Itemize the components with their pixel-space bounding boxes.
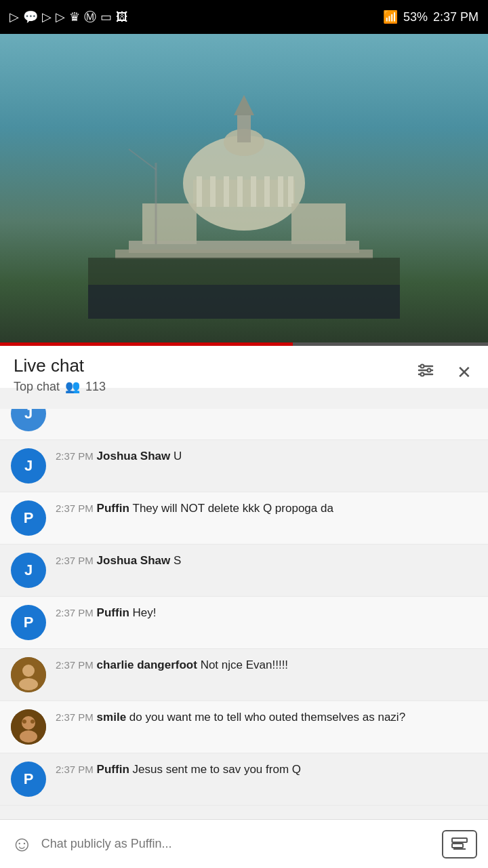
avatar: P xyxy=(11,605,46,640)
wifi-icon: 📶 xyxy=(383,9,398,24)
status-bar: ▷ 💬 ▷ ▷ ♛ Ⓜ ▭ 🖼 📶 53% 2:37 PM xyxy=(0,0,488,34)
viewer-icon: 👥 xyxy=(65,379,80,394)
emoji-button[interactable]: ☺ xyxy=(11,831,33,856)
chat-message: P 2:37 PM Puffin Jesus sent me to sav yo… xyxy=(0,753,488,806)
svg-rect-8 xyxy=(237,176,243,207)
svg-point-28 xyxy=(22,665,35,677)
svg-rect-13 xyxy=(142,203,197,244)
svg-point-24 xyxy=(421,365,424,368)
avatar xyxy=(11,657,46,692)
app-icon-5: ♛ xyxy=(69,9,80,24)
battery-text: 53% xyxy=(403,10,428,24)
chat-message: J 2:37 PM Joshua Shaw S xyxy=(0,545,488,597)
svg-rect-14 xyxy=(291,203,346,244)
chat-message: J 2:37 PM Joshua Shaw U xyxy=(0,440,488,492)
svg-point-26 xyxy=(421,373,424,376)
svg-line-18 xyxy=(129,149,156,170)
close-button[interactable]: ✕ xyxy=(454,359,474,386)
svg-marker-3 xyxy=(234,95,254,115)
chat-message: P 2:37 PM Puffin They will NOT delete kk… xyxy=(0,492,488,545)
chat-message: 2:37 PM charlie dangerfoot Not njce Evan… xyxy=(0,649,488,701)
svg-rect-11 xyxy=(278,176,283,207)
status-bar-right: 📶 53% 2:37 PM xyxy=(383,9,479,24)
send-button[interactable] xyxy=(442,830,477,859)
svg-point-32 xyxy=(20,730,37,743)
app-icon-1: ▷ xyxy=(9,9,19,24)
message-author: Puffin xyxy=(97,606,133,619)
message-content: 2:37 PM smile do you want me to tell who… xyxy=(56,709,477,726)
top-chat-label[interactable]: Top chat xyxy=(14,380,60,394)
time-text: 2:37 PM xyxy=(433,10,479,24)
video-progress-bar[interactable] xyxy=(0,342,488,346)
message-text: They will NOT delete kkk Q propoga da xyxy=(133,502,333,515)
message-content: 2:37 PM Puffin Hey! xyxy=(56,605,477,621)
message-body: 2:37 PM Puffin Hey! xyxy=(56,605,477,621)
message-text: Jesus sent me to sav you from Q xyxy=(133,763,301,776)
svg-point-34 xyxy=(30,719,35,724)
avatar: P xyxy=(11,762,46,797)
message-text: Hey! xyxy=(133,606,157,619)
message-time: 2:37 PM xyxy=(56,555,94,566)
app-icon-6: Ⓜ xyxy=(84,9,96,25)
message-text: S xyxy=(174,397,181,410)
svg-rect-6 xyxy=(210,176,216,207)
avatar: J xyxy=(11,448,46,484)
message-time: 2:37 PM xyxy=(56,711,94,723)
message-text: Not njce Evan!!!!! xyxy=(201,658,288,671)
message-content: 2:37 PM Puffin Jesus sent me to sav you … xyxy=(56,762,477,778)
avatar xyxy=(11,709,46,745)
video-player[interactable] xyxy=(0,34,488,346)
message-time: 2:37 PM xyxy=(56,450,94,462)
status-bar-left: ▷ 💬 ▷ ▷ ♛ Ⓜ ▭ 🖼 xyxy=(9,9,128,25)
chat-message-list: J 2:37 PM Joshua Shaw S J 2:37 PM Joshua… xyxy=(0,388,488,806)
message-time: 2:37 PM xyxy=(56,764,94,775)
message-author: smile xyxy=(97,711,129,724)
svg-rect-9 xyxy=(251,176,256,207)
message-text: U xyxy=(174,450,182,462)
message-content: 2:37 PM Joshua Shaw U xyxy=(56,448,477,465)
filter-button[interactable] xyxy=(413,358,438,387)
emoji-icon: ☺ xyxy=(11,831,33,856)
svg-rect-20 xyxy=(88,285,400,319)
message-author: charlie dangerfoot xyxy=(97,658,201,671)
message-author: Puffin xyxy=(97,763,133,776)
viewer-count: 113 xyxy=(85,380,106,394)
message-text: do you want me to tell who outed themsel… xyxy=(129,711,405,724)
message-author: Joshua Shaw xyxy=(97,450,174,462)
message-time: 2:37 PM xyxy=(56,502,94,514)
chat-title: Live chat xyxy=(14,355,106,376)
svg-rect-10 xyxy=(264,176,270,207)
avatar: P xyxy=(11,500,46,536)
avatar: J xyxy=(11,553,46,588)
chat-message: 2:37 PM smile do you want me to tell who… xyxy=(0,701,488,753)
message-time: 2:37 PM xyxy=(56,607,94,618)
avatar: J xyxy=(11,396,46,431)
app-icon-8: 🖼 xyxy=(116,10,128,24)
chat-input[interactable] xyxy=(41,837,434,851)
chat-input-bar: ☺ xyxy=(0,819,488,868)
app-icon-2: 💬 xyxy=(23,9,38,24)
chat-message: J 2:37 PM Joshua Shaw S xyxy=(0,388,488,440)
svg-rect-5 xyxy=(197,176,202,207)
message-body: 2:37 PM Joshua Shaw U xyxy=(56,448,477,465)
app-icon-3: ▷ xyxy=(42,9,52,24)
message-time: 2:37 PM xyxy=(56,398,94,410)
message-content: 2:37 PM charlie dangerfoot Not njce Evan… xyxy=(56,657,477,673)
svg-rect-36 xyxy=(452,844,463,848)
video-progress-fill xyxy=(0,342,293,346)
app-icon-7: ▭ xyxy=(100,9,112,24)
message-body: 2:37 PM charlie dangerfoot Not njce Evan… xyxy=(56,657,477,673)
chat-message: P 2:37 PM Puffin Hey! xyxy=(0,597,488,649)
chat-subtitle: Top chat 👥 113 xyxy=(14,379,106,394)
message-time: 2:37 PM xyxy=(56,659,94,671)
message-body: 2:37 PM Joshua Shaw S xyxy=(56,396,477,412)
svg-point-33 xyxy=(22,719,26,724)
message-body: 2:37 PM smile do you want me to tell who… xyxy=(56,709,477,726)
message-author: Joshua Shaw xyxy=(97,554,174,567)
app-icon-4: ▷ xyxy=(56,9,65,24)
message-text: S xyxy=(174,554,181,567)
svg-rect-2 xyxy=(237,115,251,142)
chat-header-right: ✕ xyxy=(413,355,474,387)
message-author: Puffin xyxy=(97,502,133,515)
svg-rect-7 xyxy=(224,176,229,207)
